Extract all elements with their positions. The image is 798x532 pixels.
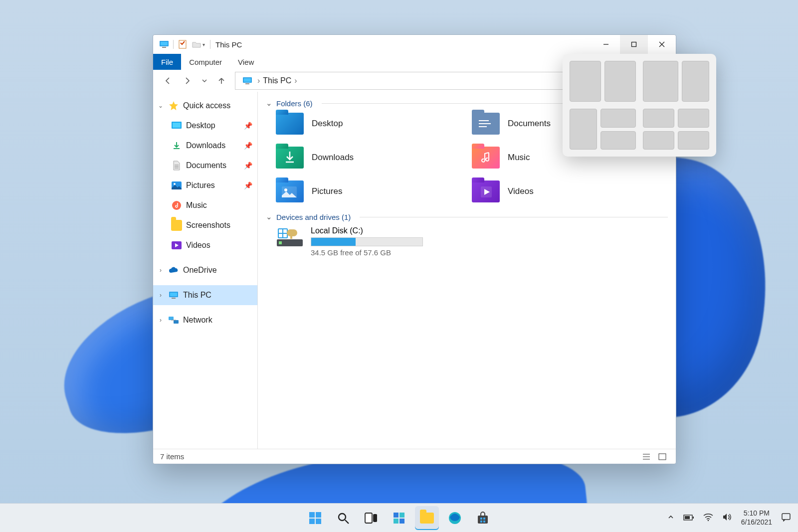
sidebar-item-downloads[interactable]: Downloads 📌 <box>153 136 257 156</box>
up-button[interactable] <box>212 71 231 90</box>
drive-c[interactable]: Local Disk (C:) 34.5 GB free of 57.6 GB <box>266 226 668 257</box>
volume-icon[interactable] <box>722 513 732 523</box>
folder-desktop[interactable]: Desktop <box>276 113 472 135</box>
document-icon <box>171 160 182 171</box>
sidebar-item-onedrive[interactable]: › OneDrive <box>153 260 257 280</box>
svg-rect-48 <box>316 519 321 524</box>
titlebar: ▾ This PC <box>153 35 676 54</box>
svg-rect-53 <box>394 513 399 518</box>
drive-label: Local Disk (C:) <box>311 226 423 235</box>
svg-rect-46 <box>316 512 321 518</box>
sidebar-item-music[interactable]: Music <box>153 195 257 215</box>
sidebar-item-label: Music <box>186 201 207 210</box>
sidebar-item-documents[interactable]: Documents 📌 <box>153 156 257 176</box>
snap-layout-half[interactable] <box>570 61 636 102</box>
sidebar-item-label: OneDrive <box>183 266 217 275</box>
sidebar-quick-access[interactable]: ⌄ Quick access <box>153 96 257 116</box>
close-button[interactable] <box>648 35 676 54</box>
maximize-button[interactable] <box>620 35 648 54</box>
tab-computer[interactable]: Computer <box>181 54 230 70</box>
svg-rect-62 <box>483 521 485 523</box>
taskbar: 5:10 PM 6/16/2021 <box>0 503 798 532</box>
folder-label: Desktop <box>312 119 343 129</box>
drive-free-text: 34.5 GB free of 57.6 GB <box>311 248 423 257</box>
tray-overflow[interactable] <box>667 514 674 522</box>
edge-button[interactable] <box>443 506 467 530</box>
svg-rect-2 <box>162 47 166 48</box>
svg-rect-67 <box>782 514 790 520</box>
sidebar-item-thispc[interactable]: › This PC <box>153 285 257 305</box>
tab-file[interactable]: File <box>153 54 181 70</box>
start-button[interactable] <box>303 506 327 530</box>
folder-icon <box>171 220 182 231</box>
sidebar-item-label: This PC <box>183 291 211 300</box>
sidebar-item-pictures[interactable]: Pictures 📌 <box>153 176 257 195</box>
thispc-icon <box>159 39 169 49</box>
svg-rect-24 <box>172 298 176 299</box>
svg-rect-35 <box>279 241 282 244</box>
chevron-down-icon: ⌄ <box>157 102 164 109</box>
folder-label: Downloads <box>312 153 354 163</box>
tiles-view-button[interactable] <box>656 451 669 462</box>
svg-rect-52 <box>373 514 377 522</box>
pin-icon: 📌 <box>244 162 252 170</box>
thispc-icon <box>168 290 179 301</box>
quick-access-dropdown[interactable]: ▾ <box>202 42 205 47</box>
minimize-button[interactable] <box>592 35 620 54</box>
sidebar-item-videos[interactable]: Videos <box>153 235 257 255</box>
sidebar-item-label: Videos <box>186 241 210 250</box>
sidebar-item-label: Documents <box>186 161 226 170</box>
sidebar-item-screenshots[interactable]: Screenshots <box>153 215 257 235</box>
sidebar-item-desktop[interactable]: Desktop 📌 <box>153 116 257 136</box>
checklist-icon[interactable] <box>178 39 188 49</box>
svg-point-49 <box>339 514 346 521</box>
tab-view[interactable]: View <box>230 54 262 70</box>
folder-label: Music <box>508 153 530 163</box>
sidebar-item-network[interactable]: › Network <box>153 310 257 330</box>
svg-rect-38 <box>283 229 287 233</box>
battery-icon[interactable] <box>683 514 694 522</box>
status-bar: 7 items <box>153 449 676 464</box>
svg-rect-56 <box>399 519 404 524</box>
svg-point-19 <box>174 183 176 185</box>
back-button[interactable] <box>158 71 177 90</box>
forward-button[interactable] <box>178 71 197 90</box>
clock[interactable]: 5:10 PM 6/16/2021 <box>741 509 772 527</box>
store-button[interactable] <box>471 506 495 530</box>
breadcrumb[interactable]: This PC <box>263 76 291 85</box>
desktop-icon <box>171 120 182 131</box>
chevron-down-icon: ⌄ <box>266 212 272 221</box>
folder-label: Pictures <box>312 186 342 196</box>
sidebar-item-label: Screenshots <box>186 221 230 230</box>
group-header-drives[interactable]: ⌄ Devices and drives (1) <box>266 212 668 221</box>
drive-usage-bar <box>311 237 423 246</box>
svg-rect-60 <box>483 518 485 520</box>
notifications-button[interactable] <box>781 513 791 523</box>
chevron-right-icon: › <box>157 292 164 299</box>
recent-dropdown[interactable] <box>198 71 211 90</box>
folder-icon[interactable] <box>192 39 201 49</box>
widgets-button[interactable] <box>387 506 411 530</box>
item-count: 7 items <box>160 452 184 461</box>
folder-downloads[interactable]: Downloads <box>276 147 472 169</box>
snap-layout-two-thirds[interactable] <box>643 61 709 102</box>
snap-layout-quarters[interactable] <box>643 109 709 150</box>
sidebar-item-label: Desktop <box>186 121 215 130</box>
wifi-icon[interactable] <box>703 513 713 523</box>
folder-videos[interactable]: Videos <box>472 180 668 202</box>
svg-rect-51 <box>365 513 372 523</box>
svg-rect-59 <box>480 518 482 520</box>
folder-pictures[interactable]: Pictures <box>276 180 472 202</box>
svg-rect-58 <box>478 516 488 524</box>
chevron-down-icon: ⌄ <box>266 99 272 108</box>
svg-rect-1 <box>161 42 168 45</box>
sidebar-item-label: Pictures <box>186 181 215 190</box>
file-explorer-taskbar[interactable] <box>415 506 439 530</box>
svg-point-32 <box>284 188 287 191</box>
details-view-button[interactable] <box>640 451 653 462</box>
svg-rect-23 <box>170 293 177 296</box>
snap-layout-three[interactable] <box>570 109 636 150</box>
search-button[interactable] <box>331 506 355 530</box>
svg-line-50 <box>345 520 349 524</box>
taskview-button[interactable] <box>359 506 383 530</box>
